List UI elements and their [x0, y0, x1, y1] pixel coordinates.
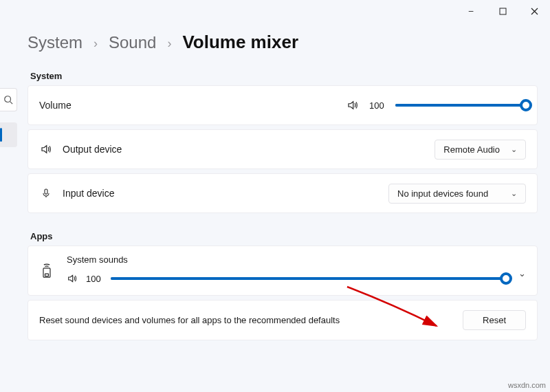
speaker-icon — [39, 143, 53, 155]
microphone-icon — [39, 187, 53, 199]
volume-value: 100 — [369, 100, 386, 111]
speaker-icon[interactable] — [67, 273, 78, 284]
input-device-select[interactable]: No input devices found ⌄ — [388, 184, 526, 204]
volume-label: Volume — [39, 100, 72, 111]
output-device-label: Output device — [63, 144, 122, 155]
svg-rect-4 — [45, 274, 49, 276]
section-label-system: System — [30, 71, 538, 81]
chevron-down-icon: ⌄ — [511, 145, 517, 154]
output-device-select[interactable]: Remote Audio ⌄ — [434, 140, 526, 160]
reset-card: Reset sound devices and volumes for all … — [28, 300, 538, 340]
chevron-down-icon: ⌄ — [511, 189, 517, 198]
input-device-card: Input device No input devices found ⌄ — [28, 173, 538, 213]
chevron-down-icon: ⌄ — [518, 268, 526, 279]
search-box-edge[interactable] — [0, 88, 17, 111]
input-device-label: Input device — [63, 188, 115, 199]
output-device-card: Output device Remote Audio ⌄ — [28, 129, 538, 169]
svg-rect-2 — [45, 189, 47, 194]
reset-description: Reset sound devices and volumes for all … — [39, 315, 340, 325]
system-sounds-icon — [39, 261, 54, 281]
volume-card: Volume 100 — [28, 85, 538, 125]
maximize-button[interactable] — [487, 0, 518, 22]
app-volume-slider[interactable] — [111, 272, 506, 285]
breadcrumb-system[interactable]: System — [28, 33, 82, 52]
volume-slider[interactable] — [395, 98, 526, 112]
app-volume-value: 100 — [86, 274, 102, 284]
chevron-right-icon: › — [94, 36, 98, 51]
svg-rect-0 — [500, 8, 506, 14]
breadcrumb: System › Sound › Volume mixer — [28, 32, 538, 53]
watermark: wsxdn.com — [508, 381, 546, 389]
search-icon — [3, 95, 13, 105]
input-device-value: No input devices found — [397, 188, 488, 199]
window-controls: – — [455, 0, 550, 22]
svg-point-1 — [5, 96, 11, 102]
breadcrumb-sound[interactable]: Sound — [109, 33, 156, 52]
reset-button[interactable]: Reset — [463, 310, 526, 330]
app-volume-system-sounds: System sounds 100 ⌄ — [28, 246, 538, 296]
minimize-button[interactable]: – — [455, 0, 487, 22]
speaker-icon[interactable] — [346, 99, 360, 111]
expand-button[interactable]: ⌄ — [518, 268, 526, 279]
close-button[interactable] — [518, 0, 550, 22]
maximize-icon — [499, 8, 507, 15]
page-title: Volume mixer — [182, 32, 298, 53]
close-icon — [531, 8, 538, 15]
app-title: System sounds — [67, 254, 506, 265]
chevron-right-icon: › — [167, 36, 171, 51]
nav-item-system-edge[interactable] — [0, 122, 17, 147]
output-device-value: Remote Audio — [443, 144, 500, 155]
section-label-apps: Apps — [30, 231, 538, 241]
